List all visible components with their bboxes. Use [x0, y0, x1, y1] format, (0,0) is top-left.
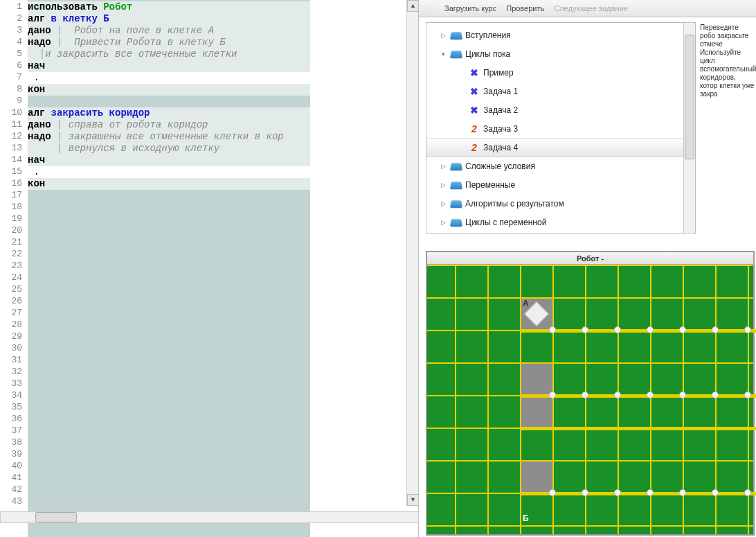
expand-arrow-icon[interactable]: ▷: [439, 219, 447, 226]
scroll-down-icon[interactable]: ▼: [407, 494, 419, 506]
line-gutter: 1234567891011121314151617181920212223242…: [0, 0, 28, 537]
tree-item-4[interactable]: ✖Задача 2: [426, 100, 695, 119]
course-tree: ▷Вступления▾Циклы пока✖Пример✖Задача 1✖З…: [426, 22, 696, 234]
folder-icon: [450, 179, 462, 191]
mark-dot-icon: [614, 391, 621, 398]
task-x-icon: ✖: [468, 67, 480, 78]
tree-item-8[interactable]: ▷Переменные: [426, 175, 695, 194]
folder-icon: [450, 30, 462, 41]
mark-dot-icon: [614, 326, 621, 333]
mark-dot-icon: [744, 391, 751, 398]
task-description: Переведите робо закрасьте отмече Использ…: [699, 22, 756, 234]
expand-arrow-icon[interactable]: ▷: [439, 182, 447, 188]
course-pane: ⋮ Загрузить курс Проверить Следующее зад…: [419, 0, 756, 537]
task-z-icon: 2: [468, 123, 480, 134]
cell-label-a: А: [523, 299, 529, 308]
tree-item-6[interactable]: 2Задача 4: [426, 138, 695, 157]
mark-dot-icon: [712, 391, 719, 398]
next-task-button: Следующее задание: [554, 4, 628, 12]
tree-item-label: Задача 2: [483, 105, 518, 115]
task-x-icon: ✖: [468, 105, 480, 116]
cell-label-b: Б: [523, 513, 529, 523]
mark-dot-icon: [582, 391, 588, 398]
tree-item-label: Циклы с переменной: [465, 218, 546, 227]
mark-dot-icon: [744, 326, 751, 333]
tree-item-label: Переменные: [465, 180, 515, 190]
mark-dot-icon: [582, 326, 588, 333]
tree-item-label: Циклы пока: [465, 49, 510, 59]
mark-dot-icon: [679, 489, 686, 496]
tree-item-1[interactable]: ▾Циклы пока: [426, 44, 695, 63]
mark-dot-icon: [647, 326, 654, 333]
mark-dot-icon: [744, 489, 751, 496]
mark-dot-icon: [647, 391, 654, 398]
scroll-up-icon[interactable]: ▲: [407, 0, 419, 12]
scrollbar-thumb[interactable]: [35, 512, 77, 522]
editor-vertical-scrollbar[interactable]: ▲ ▼: [406, 0, 418, 506]
mark-dot-icon: [712, 489, 719, 496]
tree-item-label: Пример: [483, 68, 514, 78]
mark-dot-icon: [549, 326, 556, 333]
code-editor-pane: 1234567891011121314151617181920212223242…: [0, 0, 419, 537]
mark-dot-icon: [582, 489, 588, 496]
editor-margin: ▲ ▼: [310, 0, 419, 537]
tree-item-10[interactable]: ▷Циклы с переменной: [426, 213, 695, 231]
expand-arrow-icon[interactable]: ▷: [439, 163, 447, 170]
toolbar-grip-icon: ⋮: [426, 4, 432, 13]
robot-title: Робот -: [427, 252, 753, 265]
tree-item-label: Задача 3: [483, 124, 518, 134]
tree-item-0[interactable]: ▷Вступления: [426, 26, 695, 44]
mark-dot-icon: [647, 489, 654, 496]
tree-item-label: Сложные условия: [465, 161, 535, 171]
mark-dot-icon: [614, 489, 621, 496]
course-toolbar: ⋮ Загрузить курс Проверить Следующее зад…: [419, 0, 756, 17]
painted-cell: [521, 364, 552, 395]
mark-dot-icon: [679, 326, 686, 333]
mark-dot-icon: [679, 391, 686, 398]
tree-item-label: Вступления: [465, 30, 511, 40]
editor-horizontal-scrollbar[interactable]: [0, 511, 419, 523]
folder-icon: [450, 217, 462, 228]
load-course-button[interactable]: Загрузить курс: [444, 4, 496, 12]
folder-icon: [450, 49, 462, 60]
check-button[interactable]: Проверить: [506, 4, 544, 12]
tree-scrollbar[interactable]: [683, 23, 695, 233]
expand-arrow-icon[interactable]: ▷: [439, 32, 447, 39]
folder-icon: [450, 161, 462, 172]
expand-arrow-icon[interactable]: ▷: [439, 200, 447, 207]
folder-icon: [450, 198, 462, 209]
robot-field[interactable]: АБ: [427, 265, 753, 534]
painted-cell: [521, 461, 552, 493]
task-x-icon: ✖: [468, 86, 480, 97]
tree-item-label: Задача 4: [483, 143, 518, 152]
robot-field-panel: Робот - АБ: [426, 251, 755, 536]
tree-item-label: Задача 1: [483, 87, 518, 96]
scrollbar-thumb[interactable]: [685, 35, 694, 159]
mark-dot-icon: [712, 326, 719, 333]
mark-dot-icon: [549, 489, 556, 496]
tree-item-7[interactable]: ▷Сложные условия: [426, 157, 695, 175]
expand-arrow-icon[interactable]: ▾: [439, 51, 447, 58]
tree-item-5[interactable]: 2Задача 3: [426, 119, 695, 138]
painted-cell: [521, 396, 552, 428]
tree-item-9[interactable]: ▷Алгоритмы с результатом: [426, 194, 695, 213]
task-z-icon: 2: [468, 142, 480, 153]
tree-item-2[interactable]: ✖Пример: [426, 63, 695, 82]
mark-dot-icon: [549, 391, 556, 398]
tree-item-3[interactable]: ✖Задача 1: [426, 82, 695, 100]
wall: [520, 427, 756, 430]
tree-item-label: Алгоритмы с результатом: [465, 199, 564, 209]
